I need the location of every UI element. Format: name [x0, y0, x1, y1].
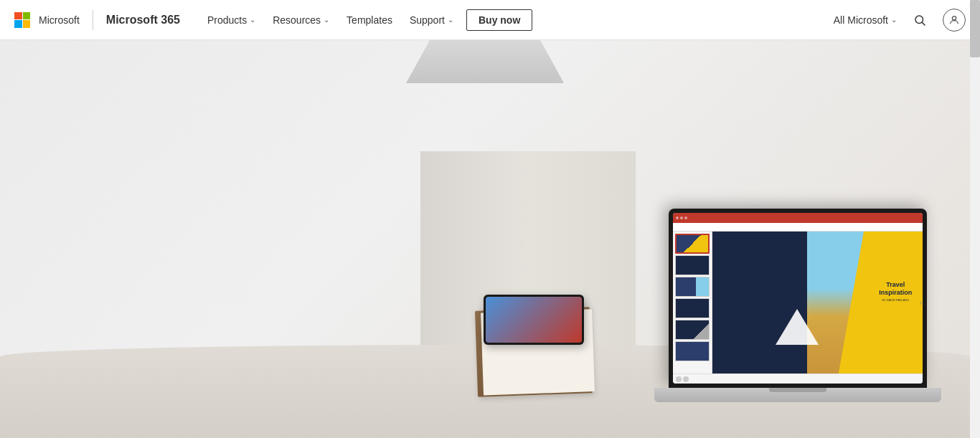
scrollbar-thumb[interactable] — [970, 0, 980, 57]
products-label: Products — [207, 14, 247, 26]
logo-yellow — [23, 20, 31, 28]
slide-next-arrow[interactable]: › — [920, 299, 922, 307]
navbar: Microsoft Microsoft 365 Products ⌄ Resou… — [0, 0, 980, 40]
navbar-right: All Microsoft ⌄ — [834, 9, 966, 32]
lamp — [406, 40, 564, 83]
laptop-hinge — [769, 388, 826, 392]
nav-item-products[interactable]: Products ⌄ — [200, 10, 263, 30]
slide-subtitle: BY DAVID PAVLADO — [879, 298, 912, 302]
laptop-screen-inner: Travel Inspiration BY DAVID PAVLADO › — [673, 213, 923, 384]
slide-title-line1: Travel — [879, 281, 912, 289]
slide-title-line2: Inspiration — [879, 289, 912, 297]
slide-thumb-6[interactable] — [675, 341, 710, 361]
laptop: Travel Inspiration BY DAVID PAVLADO › — [669, 209, 941, 402]
titlebar-dot-2 — [680, 216, 683, 219]
svg-line-1 — [922, 22, 925, 25]
slide-text-box: Travel Inspiration BY DAVID PAVLADO — [879, 281, 912, 302]
all-microsoft-menu[interactable]: All Microsoft ⌄ — [834, 14, 897, 26]
microsoft-logo — [14, 12, 30, 28]
resources-chevron-icon: ⌄ — [324, 16, 329, 24]
logo-area[interactable]: Microsoft — [14, 12, 80, 28]
phone-screen — [486, 297, 582, 343]
navbar-divider — [93, 10, 93, 30]
product-name: Microsoft 365 — [106, 14, 180, 27]
ppt-titlebar — [673, 213, 923, 223]
ppt-slides-panel — [673, 232, 712, 373]
svg-point-0 — [915, 16, 923, 24]
support-chevron-icon: ⌄ — [448, 16, 453, 24]
logo-blue — [14, 20, 22, 28]
scrollbar[interactable] — [970, 0, 980, 438]
profile-icon — [948, 14, 960, 26]
buy-now-button[interactable]: Buy now — [466, 9, 532, 31]
nav-item-templates[interactable]: Templates — [339, 10, 400, 30]
ppt-bottom-bar — [673, 373, 923, 384]
titlebar-dot-3 — [684, 216, 687, 219]
powerpoint-ui: Travel Inspiration BY DAVID PAVLADO › — [673, 213, 923, 384]
slide-white-triangle — [776, 309, 819, 345]
laptop-screen-outer: Travel Inspiration BY DAVID PAVLADO › — [669, 209, 927, 388]
products-chevron-icon: ⌄ — [250, 16, 255, 24]
slide-thumb-4[interactable] — [675, 298, 710, 318]
all-microsoft-chevron-icon: ⌄ — [891, 16, 897, 24]
nav-item-resources[interactable]: Resources ⌄ — [265, 10, 336, 30]
slide-thumb-1[interactable] — [675, 234, 710, 254]
ppt-main: Travel Inspiration BY DAVID PAVLADO › — [673, 232, 923, 373]
all-microsoft-label: All Microsoft — [834, 14, 888, 26]
templates-label: Templates — [347, 14, 392, 26]
bottom-dot-1 — [676, 376, 682, 382]
slide-thumb-3[interactable] — [675, 277, 710, 297]
slide-thumb-5[interactable] — [675, 320, 710, 340]
nav-links: Products ⌄ Resources ⌄ Templates Support… — [200, 9, 834, 31]
microsoft-wordmark: Microsoft — [39, 14, 80, 26]
hero-section: Travel Inspiration BY DAVID PAVLADO › — [0, 40, 970, 438]
logo-red — [14, 12, 22, 20]
nav-item-support[interactable]: Support ⌄ — [402, 10, 461, 30]
search-button[interactable] — [908, 9, 931, 32]
desk-items — [476, 309, 591, 395]
resources-label: Resources — [273, 14, 321, 26]
ppt-canvas: Travel Inspiration BY DAVID PAVLADO › — [712, 232, 923, 373]
logo-green — [23, 12, 31, 20]
search-icon — [913, 14, 926, 27]
bottom-dot-2 — [683, 376, 689, 382]
lamp-shade — [406, 40, 564, 83]
laptop-base — [654, 388, 941, 402]
ppt-ribbon — [673, 223, 923, 232]
slide-content: Travel Inspiration BY DAVID PAVLADO › — [712, 232, 923, 373]
svg-point-2 — [952, 16, 956, 19]
profile-button[interactable] — [943, 9, 966, 32]
phone — [484, 295, 584, 345]
support-label: Support — [410, 14, 445, 26]
slide-thumb-2[interactable] — [675, 255, 710, 275]
titlebar-dot-1 — [676, 216, 679, 219]
